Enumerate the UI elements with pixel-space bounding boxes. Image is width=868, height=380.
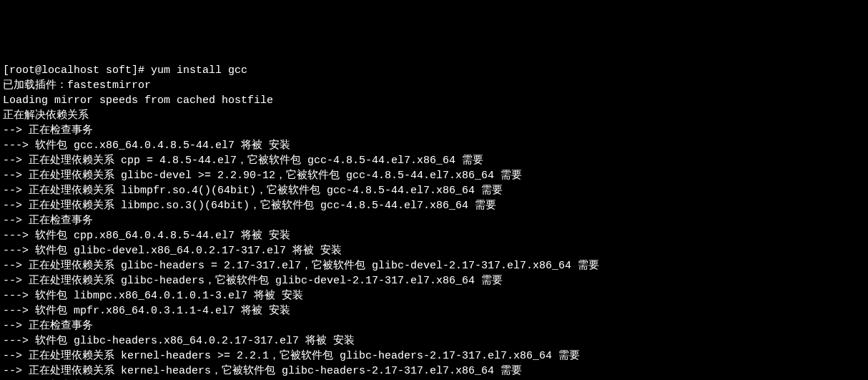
terminal-line: 已加载插件：fastestmirror: [3, 78, 865, 93]
terminal-line: ---> 软件包 mpfr.x86_64.0.3.1.1-4.el7 将被 安装: [3, 303, 865, 318]
terminal-line: --> 正在检查事务: [3, 123, 865, 138]
terminal-output[interactable]: [root@localhost soft]# yum install gcc已加…: [3, 63, 865, 380]
terminal-line: ---> 软件包 cpp.x86_64.0.4.8.5-44.el7 将被 安装: [3, 228, 865, 243]
terminal-line: --> 正在处理依赖关系 glibc-devel >= 2.2.90-12，它被…: [3, 168, 865, 183]
terminal-line: --> 正在处理依赖关系 libmpc.so.3()(64bit)，它被软件包 …: [3, 198, 865, 213]
terminal-line: ---> 软件包 libmpc.x86_64.0.1.0.1-3.el7 将被 …: [3, 288, 865, 303]
terminal-line: Loading mirror speeds from cached hostfi…: [3, 93, 865, 108]
terminal-line: ---> 软件包 glibc-headers.x86_64.0.2.17-317…: [3, 333, 865, 349]
terminal-line: --> 正在检查事务: [3, 213, 865, 228]
terminal-line: ---> 软件包 gcc.x86_64.0.4.8.5-44.el7 将被 安装: [3, 138, 865, 153]
terminal-line: --> 正在处理依赖关系 glibc-headers = 2.17-317.el…: [3, 258, 865, 273]
terminal-line: --> 正在处理依赖关系 libmpfr.so.4()(64bit)，它被软件包…: [3, 183, 865, 198]
terminal-line: --> 正在检查事务: [3, 318, 865, 333]
terminal-line: --> 正在处理依赖关系 glibc-headers，它被软件包 glibc-d…: [3, 273, 865, 288]
terminal-line: 正在解决依赖关系: [3, 108, 865, 123]
terminal-line: --> 正在处理依赖关系 kernel-headers，它被软件包 glibc-…: [3, 364, 865, 379]
terminal-line: [root@localhost soft]# yum install gcc: [3, 63, 865, 78]
terminal-line: --> 正在处理依赖关系 cpp = 4.8.5-44.el7，它被软件包 gc…: [3, 153, 865, 168]
terminal-line: --> 正在处理依赖关系 kernel-headers >= 2.2.1，它被软…: [3, 349, 865, 364]
terminal-line: ---> 软件包 glibc-devel.x86_64.0.2.17-317.e…: [3, 243, 865, 258]
